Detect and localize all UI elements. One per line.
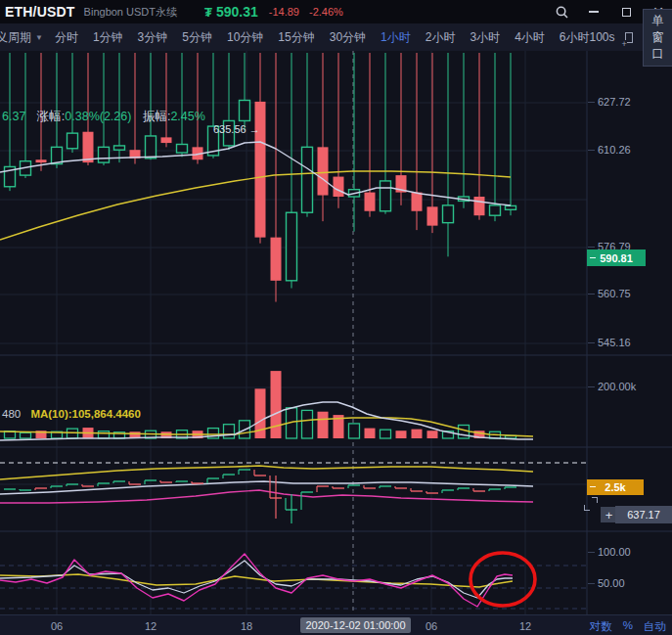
axis-label-50.00: 50.00 (598, 577, 625, 589)
tab-30分钟[interactable]: 30分钟 (330, 29, 366, 46)
custom-period-dropdown[interactable]: 义周期 ▼ (0, 29, 43, 46)
candle-body (99, 147, 110, 162)
time-axis[interactable]: 0612180612 2020-12-02 01:00:00 对数%自动 (0, 614, 672, 635)
tab-5分钟[interactable]: 5分钟 (182, 29, 212, 46)
volume-bar (459, 425, 470, 438)
axis-label-200.00k: 200.00k (598, 381, 636, 392)
legend-amplitude-value: 2.45% (170, 110, 204, 123)
legend-change-label: 涨幅: (37, 110, 65, 123)
candle-body (240, 100, 250, 120)
candle-body (67, 133, 78, 149)
symbol-title: ETH/USDT (5, 4, 75, 20)
candle-body (302, 147, 313, 212)
search-icon[interactable] (554, 4, 569, 20)
legend-amplitude-label: 振幅: (143, 110, 170, 123)
tab-3小时[interactable]: 3小时 (470, 29, 500, 46)
volume-bar (349, 424, 360, 438)
refresh-speed-label[interactable]: 100s (590, 30, 615, 44)
volume-bar (67, 429, 78, 438)
price-change: -14.89 (269, 6, 299, 18)
trading-app-window: ETH/USDT Bingbon USDT永续 ₮ 590.31 -14.89 … (0, 0, 672, 635)
axis-label-610.26: 610.26 (598, 144, 631, 156)
candle-body (474, 197, 485, 215)
price-legend: 6.37 涨幅:0.38%(2.26) 振幅:2.45% (2, 109, 205, 125)
chart-area[interactable]: 6.37 涨幅:0.38%(2.26) 振幅:2.45% 635.56 → 48… (0, 51, 672, 614)
tab-3分钟[interactable]: 3分钟 (138, 29, 168, 46)
axis-label-560.75: 560.75 (598, 288, 631, 299)
volume-bar (99, 431, 110, 438)
volume-legend: 480 MA(10):105,864.4460 (2, 408, 141, 420)
candle-body (161, 137, 172, 143)
scale-controls: 对数%自动 (590, 619, 666, 634)
title-bar[interactable]: ETH/USDT Bingbon USDT永续 ₮ 590.31 -14.89 … (0, 0, 672, 23)
volume-bar (21, 432, 31, 438)
scale-control-%[interactable]: % (623, 619, 633, 634)
candle-body (177, 144, 188, 153)
last-volume-badge: 2.5k (587, 479, 644, 495)
scale-control-自动[interactable]: 自动 (644, 619, 666, 634)
volume-bar (224, 425, 235, 438)
last-price-badge: 590.81 (587, 249, 646, 266)
legend-lead-value: 6.37 (2, 110, 25, 123)
time-label-06: 06 (51, 620, 63, 632)
chart-canvas[interactable] (0, 51, 672, 614)
volume-bar (396, 431, 407, 438)
tab-15分钟[interactable]: 15分钟 (278, 29, 314, 46)
timeframe-tabs: 分时1分钟3分钟5分钟10分钟15分钟30分钟1小时2小时3小时4小时6小时 (55, 29, 590, 46)
volume-bar (365, 429, 376, 438)
volume-legend-prefix: 480 (2, 408, 21, 420)
exchange-subtitle: Bingbon USDT永续 (84, 5, 177, 20)
candle-body (412, 193, 423, 211)
axis-label-627.72: 627.72 (598, 96, 631, 108)
tab-4小时[interactable]: 4小时 (515, 29, 545, 46)
high-price-annotation: 635.56 → (213, 123, 260, 135)
tab-1小时[interactable]: 1小时 (381, 29, 411, 46)
candle-body (381, 181, 391, 211)
panel3-line-white (0, 481, 533, 494)
chevron-down-icon: ▼ (35, 33, 43, 42)
volume-bar (318, 412, 329, 438)
scale-control-对数[interactable]: 对数 (590, 619, 612, 634)
candle-body (334, 177, 344, 197)
panel3-line-yellow (0, 466, 533, 479)
candle-body (318, 147, 329, 195)
candle-body (83, 132, 94, 162)
tab-1分钟[interactable]: 1分钟 (93, 29, 123, 46)
candle-body (490, 205, 501, 215)
candle-body (271, 238, 282, 281)
volume-ma-label: MA(10):105,864.4460 (30, 408, 141, 420)
tab-分时[interactable]: 分时 (55, 29, 78, 46)
volume-bar (412, 430, 423, 438)
panel-resize-icon[interactable] (584, 497, 598, 511)
tab-2小时[interactable]: 2小时 (426, 29, 456, 46)
candle-body (506, 205, 516, 209)
candle-body (114, 146, 125, 150)
candle-body (427, 206, 438, 225)
candle-body (365, 193, 376, 211)
add-window-icon[interactable] (625, 32, 633, 43)
candle-body (146, 136, 157, 159)
timeframe-toolbar: 义周期 ▼ 分时1分钟3分钟5分钟10分钟15分钟30分钟1小时2小时3小时4小… (0, 23, 672, 51)
price-change-percent: -2.46% (309, 6, 343, 18)
volume-bar (271, 371, 282, 438)
candle-body (255, 102, 266, 238)
panel4-line-magenta (0, 554, 513, 607)
price-line-badge[interactable]: 637.17 (615, 506, 672, 523)
candle-body (36, 159, 47, 162)
axis-label-100.00: 100.00 (598, 546, 631, 558)
volume-bar (381, 430, 391, 438)
tab-6小时[interactable]: 6小时 (560, 29, 590, 46)
time-label-06: 06 (426, 620, 437, 632)
volume-bar (427, 431, 438, 438)
axis-label-545.16: 545.16 (598, 337, 631, 348)
custom-period-label: 义周期 (0, 29, 31, 46)
time-label-12: 12 (145, 620, 157, 632)
time-label-18: 18 (241, 620, 252, 632)
last-price: 590.31 (216, 4, 258, 20)
tab-10分钟[interactable]: 10分钟 (227, 29, 263, 46)
volume-bar (302, 410, 313, 438)
time-label-12: 12 (519, 620, 531, 632)
legend-change-value: 0.38%(2.26) (65, 110, 131, 123)
candle-body (443, 205, 454, 223)
panel3-line-magenta (0, 490, 533, 503)
